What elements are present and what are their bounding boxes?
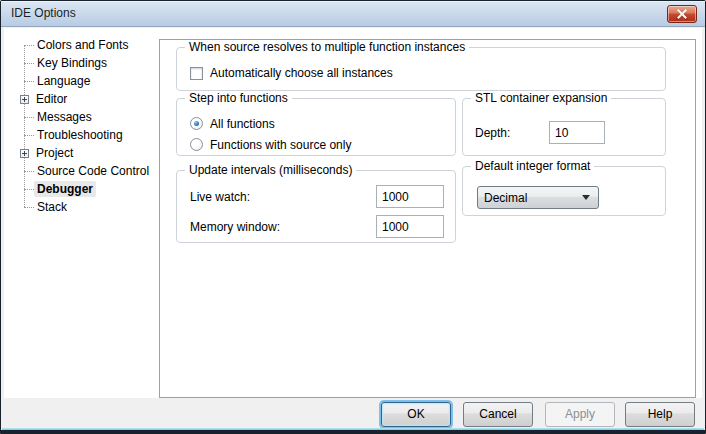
tree-connector [24, 81, 34, 82]
titlebar[interactable]: IDE Options [1, 1, 705, 27]
tree-item-label: Editor [33, 91, 70, 107]
depth-input[interactable] [549, 121, 605, 144]
tree-connector [24, 171, 34, 172]
close-icon [677, 9, 687, 19]
dialog-client-area: Colors and Fonts Key Bindings Language E… [4, 28, 702, 398]
live-watch-input[interactable] [376, 185, 444, 208]
tree-item-project[interactable]: Project [8, 144, 158, 162]
plus-box-icon[interactable] [20, 149, 29, 158]
tree-item-debugger[interactable]: Debugger [8, 180, 158, 198]
window-bottom-border [1, 430, 705, 433]
tree-connector [24, 135, 34, 136]
group-title: Default integer format [471, 159, 594, 173]
step-into-options: All functions Functions with source only [190, 113, 351, 155]
integer-format-selected-value: Decimal [484, 191, 582, 205]
memory-window-field-row: Memory window: [190, 215, 444, 238]
group-title: Update intervals (milliseconds) [185, 163, 356, 177]
memory-window-input[interactable] [376, 215, 444, 238]
memory-window-label: Memory window: [190, 220, 280, 234]
depth-label: Depth: [475, 126, 549, 140]
tree-connector [24, 189, 34, 190]
group-update-intervals: Update intervals (milliseconds) Live wat… [176, 170, 456, 243]
sidebar-tree: Colors and Fonts Key Bindings Language E… [8, 36, 158, 216]
group-step-into-functions: Step into functions All functions Functi… [176, 98, 456, 156]
tree-item-label: Messages [34, 109, 95, 125]
tree-item-editor[interactable]: Editor [8, 90, 158, 108]
tree-item-language[interactable]: Language [8, 72, 158, 90]
tree-item-label: Troubleshooting [34, 127, 126, 143]
radio-button-icon[interactable] [190, 117, 203, 130]
ok-button[interactable]: OK [381, 402, 451, 427]
depth-field-row: Depth: [475, 121, 605, 144]
help-button[interactable]: Help [625, 402, 695, 427]
tree-item-label: Source Code Control [34, 163, 152, 179]
group-multiple-instances: When source resolves to multiple functio… [176, 47, 666, 91]
chevron-down-icon [582, 195, 590, 200]
tree-item-colors-and-fonts[interactable]: Colors and Fonts [8, 36, 158, 54]
tree-connector [24, 117, 34, 118]
auto-choose-checkbox-row[interactable]: Automatically choose all instances [190, 66, 393, 80]
tree-item-label: Stack [34, 199, 70, 215]
cancel-button[interactable]: Cancel [463, 402, 533, 427]
checkbox-label: Automatically choose all instances [210, 66, 393, 80]
radio-label: Functions with source only [210, 138, 351, 152]
tree-item-source-code-control[interactable]: Source Code Control [8, 162, 158, 180]
live-watch-field-row: Live watch: [190, 185, 444, 208]
group-title: STL container expansion [471, 91, 611, 105]
group-title: When source resolves to multiple functio… [185, 40, 469, 54]
tree-connector [24, 207, 34, 208]
close-button[interactable] [667, 5, 697, 23]
window-title: IDE Options [11, 1, 76, 26]
auto-choose-checkbox[interactable] [190, 67, 203, 80]
tree-item-label: Language [34, 73, 93, 89]
radio-label: All functions [210, 117, 275, 131]
settings-panel: When source resolves to multiple functio… [159, 39, 696, 398]
plus-box-icon[interactable] [20, 95, 29, 104]
radio-all-functions[interactable]: All functions [190, 113, 351, 134]
apply-button: Apply [545, 402, 615, 427]
integer-format-select[interactable]: Decimal [477, 186, 599, 209]
live-watch-label: Live watch: [190, 190, 250, 204]
tree-connector [24, 63, 34, 64]
group-title: Step into functions [185, 91, 292, 105]
tree-item-label: Debugger [34, 181, 96, 197]
ide-options-dialog: IDE Options Colors and Fonts Key Binding… [0, 0, 706, 434]
tree-item-troubleshooting[interactable]: Troubleshooting [8, 126, 158, 144]
tree-item-key-bindings[interactable]: Key Bindings [8, 54, 158, 72]
tree-item-label: Project [33, 145, 76, 161]
tree-item-stack[interactable]: Stack [8, 198, 158, 216]
tree-item-label: Colors and Fonts [34, 37, 131, 53]
group-stl-container-expansion: STL container expansion Depth: [462, 98, 666, 156]
tree-item-label: Key Bindings [34, 55, 110, 71]
tree-connector [24, 45, 34, 46]
radio-button-icon[interactable] [190, 138, 203, 151]
radio-functions-with-source-only[interactable]: Functions with source only [190, 134, 351, 155]
tree-item-messages[interactable]: Messages [8, 108, 158, 126]
group-default-integer-format: Default integer format Decimal [462, 166, 666, 216]
